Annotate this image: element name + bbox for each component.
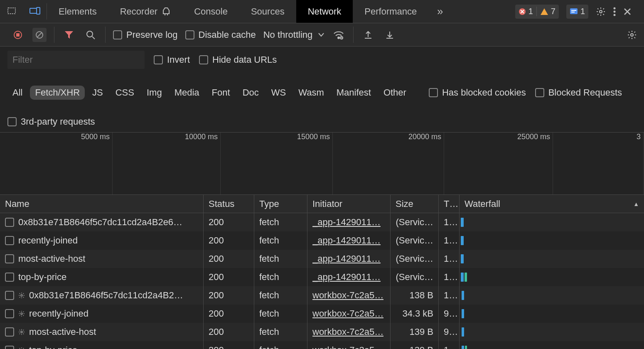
col-type[interactable]: Type bbox=[254, 195, 307, 213]
request-size: (Servic… bbox=[391, 268, 439, 286]
col-size[interactable]: Size bbox=[391, 195, 439, 213]
request-initiator[interactable]: workbox-7c2a5… bbox=[312, 345, 383, 349]
type-filter-wasm[interactable]: Wasm bbox=[293, 86, 329, 100]
gear-icon bbox=[18, 329, 25, 335]
invert-checkbox[interactable]: Invert bbox=[154, 54, 190, 65]
request-initiator[interactable]: _app-1429011… bbox=[312, 272, 381, 283]
type-filter-fetch-xhr[interactable]: Fetch/XHR bbox=[30, 86, 85, 100]
request-status: 200 bbox=[204, 341, 254, 349]
type-filter-doc[interactable]: Doc bbox=[238, 86, 264, 100]
request-type: fetch bbox=[254, 231, 307, 250]
throttling-select[interactable]: No throttling bbox=[263, 29, 324, 40]
search-icon[interactable] bbox=[84, 28, 98, 42]
request-row[interactable]: most-active-host200fetch_app-1429011…(Se… bbox=[0, 250, 644, 268]
type-filter-js[interactable]: JS bbox=[87, 86, 108, 100]
row-checkbox[interactable] bbox=[5, 236, 14, 245]
blocked-requests-checkbox[interactable]: Blocked Requests bbox=[535, 87, 622, 98]
request-row[interactable]: most-active-host200fetchworkbox-7c2a5…13… bbox=[0, 323, 644, 341]
import-har-icon[interactable] bbox=[383, 28, 397, 42]
request-row[interactable]: recently-joined200fetch_app-1429011…(Ser… bbox=[0, 231, 644, 250]
type-filter-css[interactable]: CSS bbox=[111, 86, 139, 100]
issues-pill[interactable]: 1 7 bbox=[515, 5, 559, 19]
timeline-tick: 5000 ms bbox=[81, 133, 112, 141]
tab-network[interactable]: Network bbox=[296, 0, 353, 23]
request-row[interactable]: 0x8b31e71B8646f5c7dc11cd2a4B2e6…200fetch… bbox=[0, 213, 644, 231]
row-checkbox[interactable] bbox=[5, 309, 14, 318]
col-status[interactable]: Status bbox=[204, 195, 254, 213]
type-filter-manifest[interactable]: Manifest bbox=[332, 86, 376, 100]
request-initiator[interactable]: _app-1429011… bbox=[312, 217, 381, 228]
type-filter-font[interactable]: Font bbox=[207, 86, 235, 100]
type-filter-media[interactable]: Media bbox=[170, 86, 204, 100]
col-time[interactable]: T… bbox=[439, 195, 460, 213]
hide-data-urls-checkbox[interactable]: Hide data URLs bbox=[199, 54, 277, 65]
row-checkbox[interactable] bbox=[5, 254, 14, 263]
tab-sources[interactable]: Sources bbox=[239, 0, 296, 23]
request-type: fetch bbox=[254, 341, 307, 349]
request-size: 139 B bbox=[391, 323, 439, 341]
tab-console[interactable]: Console bbox=[182, 0, 239, 23]
export-har-icon[interactable] bbox=[361, 28, 375, 42]
request-status: 200 bbox=[204, 305, 254, 323]
third-party-checkbox[interactable]: 3rd-party requests bbox=[7, 116, 95, 127]
tab-performance[interactable]: Performance bbox=[353, 0, 428, 23]
col-initiator[interactable]: Initiator bbox=[307, 195, 391, 213]
request-name: 0x8b31e71B8646f5c7dc11cd2a4B2e6… bbox=[18, 217, 182, 228]
request-status: 200 bbox=[204, 213, 254, 231]
kebab-menu-icon[interactable] bbox=[613, 7, 616, 16]
waterfall-cell bbox=[460, 286, 644, 305]
request-type: fetch bbox=[254, 323, 307, 341]
close-icon[interactable] bbox=[623, 7, 632, 16]
svg-point-17 bbox=[631, 34, 633, 36]
record-button[interactable] bbox=[11, 28, 25, 42]
svg-point-15 bbox=[338, 37, 339, 39]
request-time: 1… bbox=[439, 250, 460, 268]
network-conditions-icon[interactable] bbox=[332, 28, 346, 42]
type-filter-all[interactable]: All bbox=[7, 86, 27, 100]
has-blocked-cookies-checkbox[interactable]: Has blocked cookies bbox=[429, 87, 526, 98]
row-checkbox[interactable] bbox=[5, 291, 14, 300]
col-name[interactable]: Name bbox=[0, 195, 204, 213]
request-initiator[interactable]: workbox-7c2a5… bbox=[312, 327, 383, 337]
row-checkbox[interactable] bbox=[5, 327, 14, 337]
row-checkbox[interactable] bbox=[5, 273, 14, 282]
disable-cache-checkbox[interactable]: Disable cache bbox=[185, 29, 256, 40]
chevron-down-icon bbox=[318, 33, 324, 37]
request-initiator[interactable]: workbox-7c2a5… bbox=[312, 290, 383, 301]
request-name: recently-joined bbox=[18, 235, 78, 246]
type-filter-ws[interactable]: WS bbox=[266, 86, 291, 100]
filter-icon[interactable] bbox=[62, 28, 76, 42]
request-initiator[interactable]: workbox-7c2a5… bbox=[312, 308, 383, 319]
row-checkbox[interactable] bbox=[5, 346, 14, 349]
device-toolbar-icon[interactable] bbox=[23, 0, 47, 23]
col-waterfall[interactable]: Waterfall▲ bbox=[460, 195, 644, 213]
request-initiator[interactable]: _app-1429011… bbox=[312, 235, 381, 246]
tab-elements[interactable]: Elements bbox=[47, 0, 108, 23]
inspect-element-icon[interactable] bbox=[0, 0, 23, 23]
filter-input[interactable] bbox=[7, 51, 145, 69]
type-filter-other[interactable]: Other bbox=[379, 86, 411, 100]
request-row[interactable]: top-by-price200fetch_app-1429011…(Servic… bbox=[0, 268, 644, 286]
preserve-log-checkbox[interactable]: Preserve log bbox=[113, 29, 178, 40]
type-filter-img[interactable]: Img bbox=[142, 86, 167, 100]
request-row[interactable]: recently-joined200fetchworkbox-7c2a5…34.… bbox=[0, 305, 644, 323]
svg-rect-2 bbox=[37, 7, 40, 14]
request-row[interactable]: 0x8b31e71B8646f5c7dc11cd2a4B2…200fetchwo… bbox=[0, 286, 644, 305]
clear-button[interactable] bbox=[32, 28, 47, 42]
row-checkbox[interactable] bbox=[5, 218, 14, 227]
devtools-tabbar: ElementsRecorderConsoleSourcesNetworkPer… bbox=[0, 0, 644, 23]
settings-icon[interactable] bbox=[596, 7, 606, 17]
request-type: fetch bbox=[254, 268, 307, 286]
network-settings-icon[interactable] bbox=[625, 28, 639, 42]
tab-recorder[interactable]: Recorder bbox=[108, 0, 182, 23]
gear-icon bbox=[18, 347, 25, 349]
timeline-overview[interactable]: 5000 ms10000 ms15000 ms20000 ms25000 ms3 bbox=[0, 133, 644, 195]
request-name: recently-joined bbox=[29, 308, 88, 319]
waterfall-cell bbox=[460, 213, 644, 231]
request-initiator[interactable]: _app-1429011… bbox=[312, 253, 381, 264]
request-row[interactable]: top-by-price200fetchworkbox-7c2a5…139 B1… bbox=[0, 341, 644, 349]
info-pill[interactable]: 1 bbox=[566, 5, 588, 19]
more-tabs-icon[interactable]: » bbox=[428, 0, 452, 23]
request-type: fetch bbox=[254, 305, 307, 323]
request-name: 0x8b31e71B8646f5c7dc11cd2a4B2… bbox=[29, 290, 183, 301]
